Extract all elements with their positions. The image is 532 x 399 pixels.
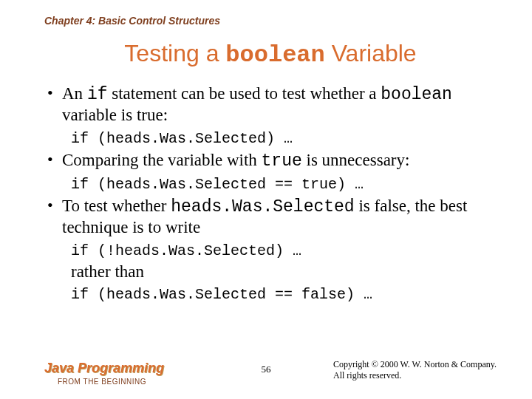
code-block-4: if (heads.Was.Selected == false) …: [71, 286, 497, 303]
text: variable is true:: [62, 106, 168, 124]
bullet-3: To test whether heads.Was.Selected is fa…: [44, 196, 497, 238]
code-block-2: if (heads.Was.Selected == true) …: [71, 176, 497, 193]
bullet-list: Comparing the variable with true is unne…: [44, 150, 497, 171]
bullet-1: An if statement can be used to test whet…: [44, 83, 497, 126]
slide: Chapter 4: Basic Control Structures Test…: [0, 0, 532, 399]
code-inline: heads.Was.Selected: [171, 197, 354, 216]
code-inline: boolean: [381, 85, 452, 104]
code-block-1: if (heads.Was.Selected) …: [71, 130, 497, 147]
title-code: boolean: [225, 41, 324, 69]
text: is unnecessary:: [302, 151, 410, 169]
footer-copyright: Copyright © 2000 W. W. Norton & Company.…: [333, 359, 497, 381]
title-suffix: Variable: [325, 40, 417, 66]
text: Comparing the variable with: [62, 151, 262, 169]
chapter-header: Chapter 4: Basic Control Structures: [44, 15, 497, 27]
text: To test whether: [62, 197, 171, 215]
bullet-list: To test whether heads.Was.Selected is fa…: [44, 196, 497, 238]
bullet-2: Comparing the variable with true is unne…: [44, 150, 497, 171]
code-inline: true: [262, 151, 302, 171]
footer-sub: FROM THE BEGINNING: [58, 378, 164, 386]
code-block-3: if (!heads.Was.Selected) …: [71, 242, 497, 259]
copyright-line-1: Copyright © 2000 W. W. Norton & Company.: [333, 359, 497, 370]
code-inline: if: [87, 85, 108, 104]
rather-than: rather than: [71, 262, 497, 282]
slide-title: Testing a boolean Variable: [44, 40, 497, 69]
bullet-list: An if statement can be used to test whet…: [44, 83, 497, 126]
title-prefix: Testing a: [124, 40, 225, 66]
text: An: [62, 84, 87, 103]
text: statement can be used to test whether a: [107, 84, 381, 103]
copyright-line-2: All rights reserved.: [333, 370, 497, 381]
